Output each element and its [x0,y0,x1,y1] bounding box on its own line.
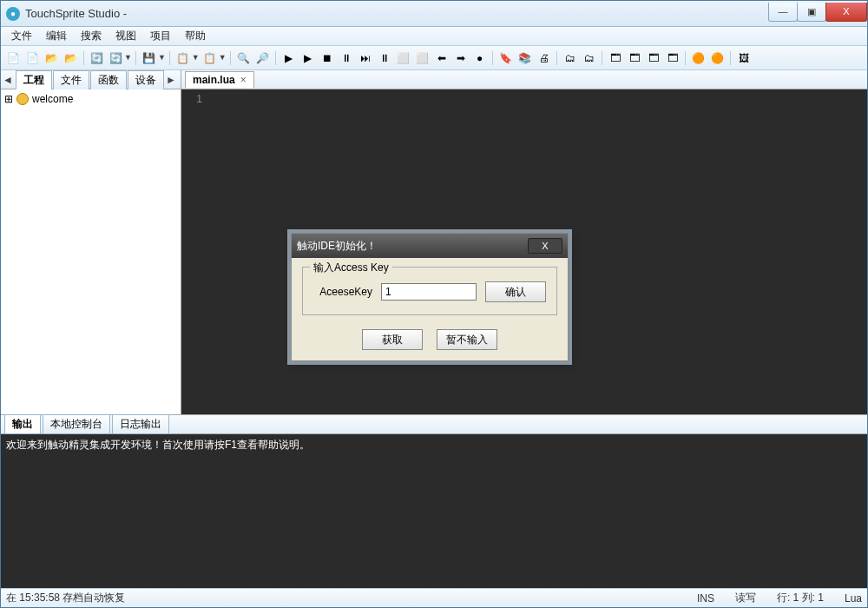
status-bar: 在 15:35:58 存档自动恢复 INS 读写 行: 1 列: 1 Lua [1,588,867,607]
toolbar-button-27[interactable]: ⬜ [414,50,431,67]
toolbar-button-20[interactable]: ▶ [280,50,298,67]
toolbar-button-36[interactable]: 🗂 [562,50,579,67]
toolbar-button-34[interactable]: 🖨 [536,50,553,67]
toolbar: 📄📄📂📂🔄🔄▼💾▼📋▼📋▼🔍🔎▶▶⏹⏸⏭⏸⬜⬜⬅➡●🔖📚🖨🗂🗂🗔🗔🗔🗔🟠🟠🖼 [1,46,867,70]
output-tab-console[interactable]: 本地控制台 [43,414,110,434]
toolbar-button-47[interactable]: 🖼 [735,50,753,67]
toolbar-button-21[interactable]: ▶ [299,50,317,67]
tree-root-label: welcome [32,93,73,105]
toolbar-separator [683,50,688,67]
toolbar-separator [168,50,173,67]
close-button[interactable]: X [825,3,867,22]
fieldset-legend: 输入Access Key [310,261,392,275]
toolbar-button-3[interactable]: 📂 [62,50,79,67]
tree-root[interactable]: ⊞ welcome [4,93,177,105]
minimize-button[interactable]: — [768,3,798,22]
init-dialog: 触动IDE初始化！ X 输入Access Key AceeseKey 确认 获取… [291,233,569,361]
line-number: 1 [181,93,202,105]
project-tree[interactable]: ⊞ welcome [1,89,181,109]
menu-bar: 文件 编辑 搜索 视图 项目 帮助 [1,27,867,46]
accesskey-label: AceeseKey [313,286,372,298]
toolbar-button-6[interactable]: 🔄 [107,50,124,67]
dropdown-icon[interactable]: ▼ [158,54,166,62]
menu-project[interactable]: 项目 [143,27,178,45]
titlebar[interactable]: ● TouchSprite Studio - — ▣ X [1,1,867,27]
output-tab-output[interactable]: 输出 [4,414,41,434]
file-tab-close-icon[interactable]: × [240,74,247,86]
sidebar-tab-functions[interactable]: 函数 [90,70,127,89]
toolbar-separator [134,50,139,67]
toolbar-button-41[interactable]: 🗔 [645,50,662,67]
confirm-button[interactable]: 确认 [485,281,546,302]
output-panel[interactable]: 欢迎来到触动精灵集成开发环境！首次使用请按F1查看帮助说明。 [1,434,867,588]
status-rw: 读写 [735,591,756,605]
sidebar-tab-files[interactable]: 文件 [53,70,89,89]
toolbar-button-40[interactable]: 🗔 [626,50,643,67]
sidebar-tabs: ◄ 工程 文件 函数 设备 ► [1,70,181,89]
status-pos: 行: 1 列: 1 [777,591,824,605]
sidebar-tab-project[interactable]: 工程 [16,70,52,89]
menu-view[interactable]: 视图 [108,27,143,45]
toolbar-button-39[interactable]: 🗔 [607,50,624,67]
dialog-title: 触动IDE初始化！ [297,239,377,254]
toolbar-button-18[interactable]: 🔎 [254,50,272,67]
toolbar-button-42[interactable]: 🗔 [664,50,681,67]
accesskey-input[interactable] [381,283,477,301]
status-lang: Lua [845,592,862,605]
menu-file[interactable]: 文件 [4,27,39,45]
output-tab-log[interactable]: 日志输出 [112,414,169,434]
menu-help[interactable]: 帮助 [178,27,213,45]
toolbar-button-28[interactable]: ⬅ [433,50,450,67]
toolbar-separator [728,50,733,67]
app-icon: ● [6,7,20,21]
dialog-close-button[interactable]: X [528,238,562,254]
toolbar-button-12[interactable]: 📋 [174,50,192,67]
toolbar-button-14[interactable]: 📋 [201,50,219,67]
toolbar-button-5[interactable]: 🔄 [88,50,105,67]
toolbar-button-9[interactable]: 💾 [141,50,158,67]
output-text: 欢迎来到触动精灵集成开发环境！首次使用请按F1查看帮助说明。 [6,438,862,453]
menu-search[interactable]: 搜索 [74,27,108,45]
sidebar-scroll-right-icon[interactable]: ► [164,74,178,86]
toolbar-button-0[interactable]: 📄 [4,50,22,67]
toolbar-separator [273,50,279,67]
toolbar-button-26[interactable]: ⬜ [395,50,412,67]
dialog-titlebar[interactable]: 触动IDE初始化！ X [292,234,568,258]
toolbar-button-1[interactable]: 📄 [23,50,41,67]
toolbar-button-33[interactable]: 📚 [516,50,534,67]
sidebar-tab-devices[interactable]: 设备 [128,70,164,89]
expand-icon[interactable]: ⊞ [4,93,13,105]
toolbar-button-22[interactable]: ⏹ [319,50,336,67]
skip-button[interactable]: 暂不输入 [437,329,497,350]
sidebar-scroll-left-icon[interactable]: ◄ [1,74,15,86]
toolbar-button-25[interactable]: ⏸ [376,50,393,67]
toolbar-button-17[interactable]: 🔍 [235,50,253,67]
toolbar-button-2[interactable]: 📂 [43,50,60,67]
toolbar-separator [228,50,233,67]
toolbar-button-44[interactable]: 🟠 [690,50,707,67]
toolbar-button-32[interactable]: 🔖 [497,50,515,67]
toolbar-button-45[interactable]: 🟠 [709,50,727,67]
toolbar-button-29[interactable]: ➡ [452,50,470,67]
dropdown-icon[interactable]: ▼ [124,54,132,62]
toolbar-button-37[interactable]: 🗂 [581,50,598,67]
toolbar-button-24[interactable]: ⏭ [357,50,374,67]
line-gutter: 1 [181,89,207,414]
get-button[interactable]: 获取 [362,329,423,350]
toolbar-button-30[interactable]: ● [471,50,489,67]
toolbar-separator [81,50,86,67]
window-title: TouchSprite Studio - [25,7,769,20]
file-tab-label: main.lua [193,74,235,86]
menu-edit[interactable]: 编辑 [39,27,74,45]
dropdown-icon[interactable]: ▼ [219,54,227,62]
status-autosave: 在 15:35:58 存档自动恢复 [6,591,125,605]
file-tab-main[interactable]: main.lua × [185,71,254,88]
toolbar-separator [555,50,560,67]
gear-icon [16,93,29,105]
toolbar-separator [490,50,496,67]
status-ins: INS [697,592,714,605]
maximize-button[interactable]: ▣ [797,3,826,22]
file-tab-bar: main.lua × [181,70,867,89]
toolbar-button-23[interactable]: ⏸ [338,50,355,67]
dropdown-icon[interactable]: ▼ [192,54,200,62]
